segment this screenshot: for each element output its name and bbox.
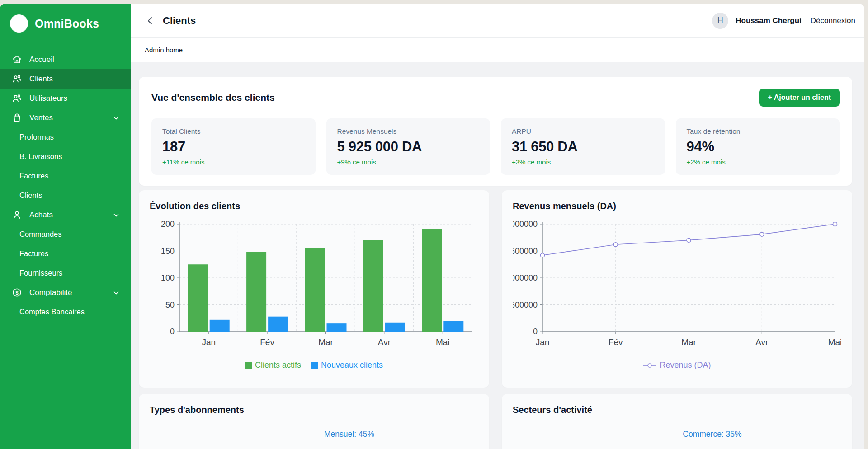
stat-change: +2% ce mois	[687, 158, 829, 166]
sidebar-item-commandes[interactable]: Commandes	[0, 224, 131, 244]
svg-text:500000: 500000	[513, 300, 538, 309]
shopping-bag-icon	[12, 112, 22, 123]
chevron-down-icon	[112, 114, 120, 122]
legend-swatch-icon	[245, 362, 252, 369]
stat-card: Taux de rétention94%+2% ce mois	[676, 118, 840, 175]
stat-label: Total Clients	[162, 127, 305, 136]
bar-chart: 050100150200JanFévMarAvrMai	[150, 219, 478, 355]
avatar[interactable]: H	[712, 13, 728, 29]
sidebar-item-label: Fournisseurs	[19, 269, 62, 277]
sidebar-item-comptes-bancaires[interactable]: Comptes Bancaires	[0, 302, 131, 322]
add-client-button[interactable]: + Ajouter un client	[760, 89, 840, 107]
line-chart-svg: 0500000000000500000000000JanFévMarAvrMai	[513, 219, 841, 353]
page-title: Clients	[163, 15, 196, 27]
sidebar-item-proformas[interactable]: Proformas	[0, 127, 131, 147]
chevron-left-icon	[145, 15, 156, 26]
sidebar-item-label: Achats	[29, 210, 53, 220]
stat-label: Taux de rétention	[687, 127, 829, 136]
logout-link[interactable]: Déconnexion	[811, 16, 855, 25]
users-icon	[12, 93, 22, 103]
sidebar-item-factures[interactable]: Factures	[0, 244, 131, 263]
breadcrumb[interactable]: Admin home	[145, 46, 183, 54]
line-chart-title: Revenus mensuels (DA)	[513, 201, 841, 211]
sidebar: OmniBooks AccueilClientsUtilisateursVent…	[0, 4, 131, 449]
sidebar-item-fournisseurs[interactable]: Fournisseurs	[0, 263, 131, 283]
svg-text:$: $	[15, 290, 18, 295]
bar-chart-svg: 050100150200JanFévMarAvrMai	[150, 219, 478, 353]
sidebar-item-label: Accueil	[29, 55, 54, 64]
legend-item-clients-actifs: Clients actifs	[245, 360, 301, 370]
overview-header: Vue d'ensemble des clients + Ajouter un …	[151, 89, 840, 107]
person-icon	[12, 210, 22, 220]
stat-change: +9% ce mois	[337, 158, 480, 166]
sidebar-item-label: Clients	[19, 191, 42, 200]
sidebar-item-label: Clients	[29, 75, 53, 84]
stat-value: 5 925 000 DA	[337, 139, 480, 155]
legend-label: Nouveaux clients	[321, 360, 383, 370]
sidebar-item-label: Comptabilité	[29, 288, 72, 297]
legend-line-marker-icon	[643, 363, 656, 368]
sidebar-item-factures[interactable]: Factures	[0, 166, 131, 186]
stats-grid: Total Clients187+11% ce moisRevenus Mens…	[151, 118, 840, 175]
legend-item-revenus-da: Revenus (DA)	[643, 360, 711, 370]
svg-text:50: 50	[165, 300, 175, 309]
user-area: H Houssam Chergui Déconnexion	[712, 13, 855, 29]
legend-label: Revenus (DA)	[660, 360, 711, 370]
svg-text:Fév: Fév	[260, 337, 274, 347]
svg-text:500000: 500000	[513, 247, 538, 256]
stat-change: +11% ce mois	[162, 158, 305, 166]
topbar: Clients H Houssam Chergui Déconnexion	[131, 4, 864, 38]
users-icon	[12, 74, 22, 84]
svg-text:000000: 000000	[513, 220, 538, 229]
stat-label: ARPU	[512, 127, 654, 136]
sidebar-item-b-livraisons[interactable]: B. Livraisons	[0, 147, 131, 166]
legend-swatch-icon	[311, 362, 318, 369]
stat-label: Revenus Mensuels	[337, 127, 480, 136]
sidebar-item-utilisateurs[interactable]: Utilisateurs	[0, 89, 131, 108]
user-name: Houssam Chergui	[736, 16, 801, 25]
logo: OmniBooks	[0, 14, 131, 33]
stat-card: Revenus Mensuels5 925 000 DA+9% ce mois	[326, 118, 491, 175]
svg-text:0: 0	[533, 327, 538, 336]
svg-text:Jan: Jan	[202, 337, 216, 347]
sidebar-item-accueil[interactable]: Accueil	[0, 50, 131, 69]
sidebar-item-achats[interactable]: Achats	[0, 205, 131, 224]
subscription-types-card: Types d'abonnements Mensuel: 45%	[139, 394, 489, 449]
sidebar-item-clients[interactable]: Clients	[0, 69, 131, 89]
stat-card: ARPU31 650 DA+3% ce mois	[501, 118, 665, 175]
svg-text:Mar: Mar	[318, 337, 333, 347]
content: Vue d'ensemble des clients + Ajouter un …	[131, 62, 864, 449]
monthly-revenue-card: Revenus mensuels (DA) 050000000000050000…	[502, 190, 852, 388]
home-icon	[12, 54, 22, 65]
svg-text:Fév: Fév	[609, 337, 623, 347]
subscription-types-title: Types d'abonnements	[150, 405, 478, 415]
logo-circle-icon	[10, 14, 28, 33]
sidebar-item-clients[interactable]: Clients	[0, 186, 131, 205]
line-chart-legend: Revenus (DA)	[513, 360, 841, 370]
sidebar-item-label: B. Livraisons	[19, 152, 62, 161]
stat-value: 31 650 DA	[512, 139, 654, 155]
sidebar-item-ventes[interactable]: Ventes	[0, 108, 131, 127]
svg-text:0: 0	[170, 327, 175, 336]
clients-evolution-card: Évolution des clients 050100150200JanFév…	[139, 190, 489, 388]
sidebar-item-label: Proformas	[19, 133, 54, 141]
svg-text:200: 200	[161, 220, 175, 229]
overview-panel: Vue d'ensemble des clients + Ajouter un …	[139, 77, 852, 186]
sidebar-item-comptabilite[interactable]: $Comptabilité	[0, 283, 131, 302]
sidebar-item-label: Commandes	[19, 230, 62, 239]
back-button[interactable]	[145, 15, 156, 27]
svg-text:Jan: Jan	[536, 337, 550, 347]
svg-text:000000: 000000	[513, 273, 538, 282]
svg-text:Mar: Mar	[681, 337, 696, 347]
sidebar-item-label: Ventes	[29, 113, 53, 122]
bar-chart-legend: Clients actifsNouveaux clients	[150, 360, 478, 370]
chevron-down-icon	[112, 289, 120, 297]
stat-change: +3% ce mois	[512, 158, 654, 166]
breadcrumb-bar: Admin home	[131, 38, 864, 62]
legend-label: Clients actifs	[255, 360, 301, 370]
svg-text:Mai: Mai	[436, 337, 450, 347]
pie-slice-label: Commerce: 35%	[548, 430, 864, 439]
svg-text:Mai: Mai	[828, 337, 841, 347]
app-window: OmniBooks AccueilClientsUtilisateursVent…	[0, 4, 864, 449]
stat-value: 187	[162, 139, 305, 155]
